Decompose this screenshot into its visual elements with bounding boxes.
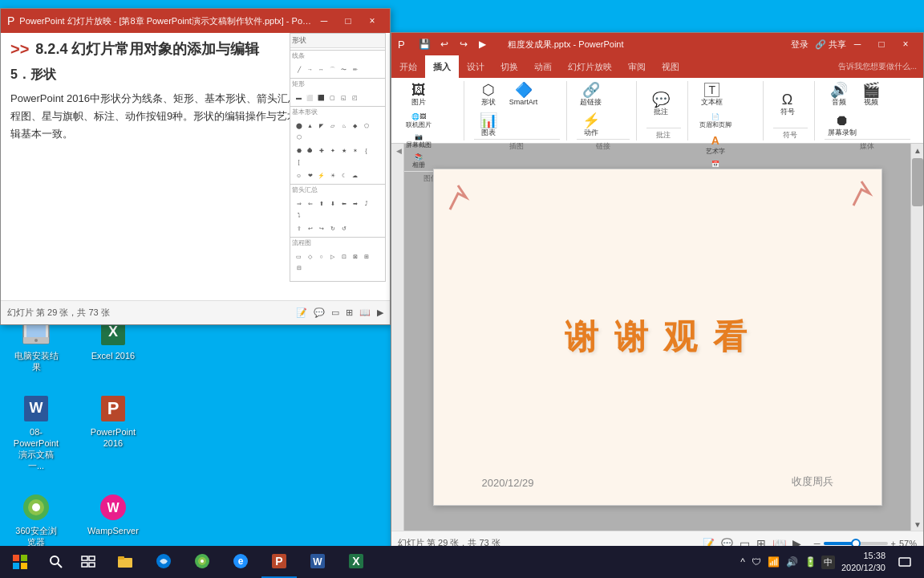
shape-uarr[interactable]: ⇪: [294, 223, 304, 234]
shape-freeform[interactable]: 〜: [338, 64, 349, 75]
shape-rarr[interactable]: ↻: [327, 223, 338, 234]
tab-animations[interactable]: 动画: [526, 55, 560, 78]
tab-view[interactable]: 视图: [654, 55, 687, 78]
shape-arr3[interactable]: ⬆: [316, 198, 326, 209]
taskbar-word[interactable]: W: [300, 546, 335, 578]
textbox-button[interactable]: T 文本框: [698, 81, 727, 108]
shape-arr6[interactable]: ➡: [350, 198, 360, 209]
taskbar-edge[interactable]: [146, 546, 181, 578]
status-normal-view[interactable]: ▭: [331, 307, 339, 318]
symbol-button[interactable]: Ω 符号: [773, 91, 802, 118]
shape-heart[interactable]: ❤: [305, 170, 315, 181]
shape-rect2[interactable]: ⬜: [305, 92, 315, 103]
task-view-button[interactable]: [72, 546, 104, 578]
shape-star4[interactable]: ✦: [327, 145, 338, 156]
shape-snip[interactable]: ◱: [338, 92, 349, 103]
status-notes-icon[interactable]: 📝: [296, 307, 307, 318]
share-button[interactable]: 🔗 共享: [815, 39, 846, 51]
shape-flow8[interactable]: ⊟: [294, 263, 304, 273]
tab-design[interactable]: 设计: [459, 55, 492, 78]
status-slideshow-view[interactable]: ▶: [377, 307, 383, 318]
shape-star5[interactable]: ★: [338, 145, 349, 156]
insert-picture-button[interactable]: 🖼 图片: [404, 81, 433, 108]
smartart-button[interactable]: 🔷 SmartArt: [506, 81, 541, 108]
shape-oval[interactable]: ⬤: [294, 120, 304, 131]
shape-rect1[interactable]: ▬: [294, 92, 304, 103]
tray-ime[interactable]: 中: [821, 556, 835, 569]
shape-flow6[interactable]: ⊠: [350, 251, 360, 262]
shape-flow5[interactable]: ⊡: [338, 251, 349, 262]
shape-darr[interactable]: ↩: [305, 223, 315, 234]
shape-bracket[interactable]: [: [294, 157, 304, 167]
shape-para[interactable]: ▱: [327, 120, 338, 131]
shape-larr[interactable]: ↪: [316, 223, 326, 234]
shape-tri[interactable]: ▲: [305, 120, 315, 131]
win1-close-button[interactable]: ×: [361, 12, 383, 30]
shape-hpta[interactable]: ⬣: [294, 145, 304, 156]
shapes-button[interactable]: ⬡ 形状: [474, 81, 503, 108]
shape-rect3[interactable]: ⬛: [316, 92, 326, 103]
status-comments-icon[interactable]: 💬: [314, 307, 325, 318]
win2-minimize-button[interactable]: ─: [846, 35, 869, 53]
system-clock[interactable]: 15:38 2020/12/30: [841, 550, 886, 575]
shape-flow3[interactable]: ○: [316, 251, 326, 262]
tray-network[interactable]: 📶: [766, 555, 781, 569]
shape-trap[interactable]: ⏢: [338, 120, 349, 131]
scroll-up-arrow[interactable]: ▲: [911, 144, 924, 157]
shape-star6[interactable]: ✶: [350, 145, 360, 156]
shape-curve[interactable]: ⌒: [327, 64, 338, 75]
taskbar-search-button[interactable]: [40, 546, 72, 578]
shape-flow1[interactable]: ▭: [294, 251, 304, 262]
desktop-icon-360[interactable]: 360安全浏览器: [8, 488, 64, 552]
shape-arrow[interactable]: →: [305, 64, 315, 75]
shape-arr1[interactable]: ⇒: [294, 198, 304, 209]
taskbar-file-explorer[interactable]: [107, 546, 143, 578]
status-slide-sorter[interactable]: ⊞: [346, 307, 353, 318]
start-button[interactable]: [0, 546, 40, 578]
header-footer-button[interactable]: 📄 页眉和页脚: [698, 112, 733, 131]
tray-battery[interactable]: 🔋: [803, 555, 818, 569]
shape-rtri[interactable]: ◤: [316, 120, 326, 131]
shape-sun[interactable]: ☀: [327, 170, 338, 181]
tab-review[interactable]: 审阅: [620, 55, 654, 78]
shape-cloud[interactable]: ☁: [350, 170, 360, 181]
tray-antivirus[interactable]: 🛡: [750, 555, 763, 569]
chart-button[interactable]: 📊 图表: [474, 112, 503, 139]
taskbar-360browser[interactable]: [184, 546, 220, 578]
ribbon-search-input[interactable]: 告诉我您想要做什么...: [838, 61, 917, 72]
zoom-slider[interactable]: [824, 542, 888, 545]
desktop-icon-powerpoint[interactable]: P PowerPoint 2016: [85, 389, 141, 475]
hyperlink-button[interactable]: 🔗 超链接: [577, 81, 606, 108]
scroll-thumb[interactable]: [912, 158, 923, 206]
shape-lightning[interactable]: ⚡: [316, 170, 326, 181]
shape-cross[interactable]: ✚: [316, 145, 326, 156]
action-button[interactable]: ⚡ 动作: [577, 112, 606, 139]
shape-scribble[interactable]: ✏: [350, 64, 360, 75]
shape-flow2[interactable]: ◇: [305, 251, 315, 262]
taskbar-ie[interactable]: e: [223, 546, 258, 578]
desktop-icon-wamp[interactable]: W WampServer: [85, 488, 141, 552]
shape-arr2[interactable]: ⇐: [305, 198, 315, 209]
comment-button[interactable]: 💬 批注: [646, 91, 675, 118]
scroll-down-arrow[interactable]: ▼: [911, 518, 924, 531]
shape-snip2[interactable]: ◰: [350, 92, 360, 103]
shape-dblarrow[interactable]: ↔: [316, 64, 326, 75]
win2-close-button[interactable]: ×: [894, 35, 917, 53]
taskbar-powerpoint[interactable]: P: [261, 546, 297, 578]
qa-present[interactable]: ▶: [474, 35, 492, 53]
shape-line[interactable]: ╱: [294, 64, 304, 75]
win1-restore-button[interactable]: □: [337, 12, 359, 30]
screen-record-button[interactable]: ⏺ 屏幕录制: [825, 112, 860, 139]
win2-restore-button[interactable]: □: [870, 35, 893, 53]
status-reading-view[interactable]: 📖: [359, 307, 371, 318]
desktop-icon-ppt-file[interactable]: W 08-PowerPoint演示文稿一...: [8, 389, 64, 475]
shape-arr8[interactable]: ⤵: [294, 210, 304, 220]
login-link[interactable]: 登录: [791, 39, 808, 51]
shape-farr[interactable]: ↺: [338, 223, 349, 234]
shape-flow7[interactable]: ⊞: [361, 251, 371, 262]
vertical-scrollbar[interactable]: ▲ ▼: [910, 144, 923, 531]
taskbar-excel[interactable]: X: [338, 546, 374, 578]
shape-hexa[interactable]: ⬡: [294, 132, 304, 142]
left-panel-toggle[interactable]: ◀: [391, 144, 404, 531]
online-picture-button[interactable]: 🌐🖼 联机图片: [404, 112, 433, 131]
